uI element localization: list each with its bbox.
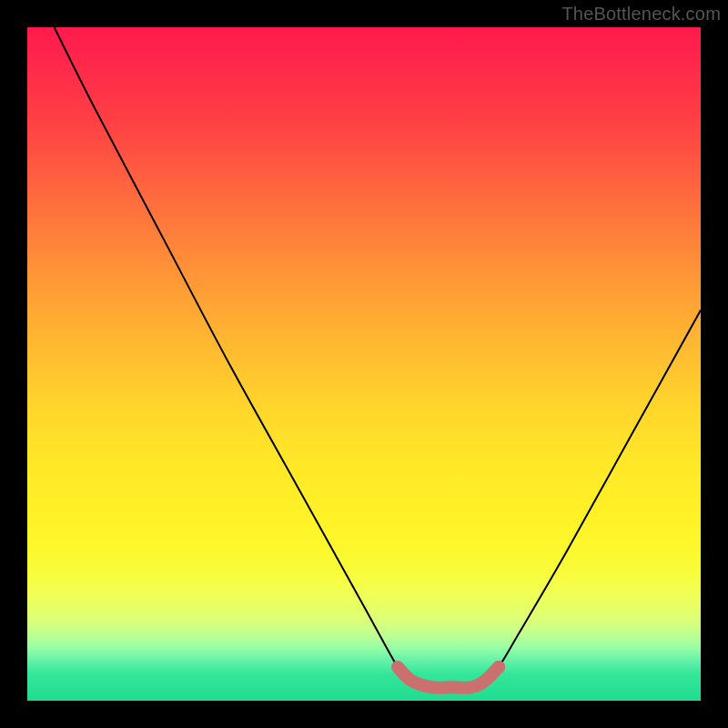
highlight-segment	[398, 667, 499, 688]
chart-frame: TheBottleneck.com	[0, 0, 728, 728]
attribution-label: TheBottleneck.com	[561, 4, 721, 25]
bottleneck-curve	[55, 27, 701, 688]
highlight-dot-right	[492, 661, 505, 673]
chart-svg	[27, 27, 701, 701]
